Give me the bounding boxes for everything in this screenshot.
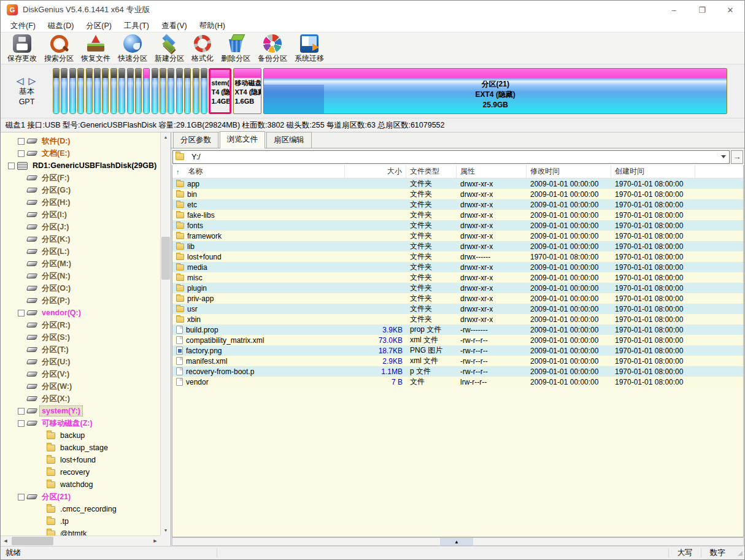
- scroll-thumb[interactable]: [12, 537, 53, 545]
- tree-item[interactable]: backup_stage: [1, 442, 160, 454]
- partition-block-small[interactable]: [94, 68, 101, 114]
- tree-item[interactable]: 分区(I:): [1, 209, 160, 221]
- expand-toggle-icon[interactable]: [18, 138, 25, 145]
- scroll-up-icon[interactable]: ▲: [161, 132, 171, 142]
- go-button[interactable]: →: [731, 150, 743, 164]
- toolbar-button[interactable]: 新建分区: [152, 34, 187, 64]
- toolbar-button[interactable]: 恢复文件: [78, 34, 114, 64]
- file-row[interactable]: build.prop 3.9KB prop 文件 -rw------- 2009…: [172, 324, 743, 335]
- partition-block-small[interactable]: [201, 68, 207, 114]
- partition-block-small[interactable]: [118, 68, 125, 114]
- tree-item[interactable]: 分区(K:): [1, 233, 160, 245]
- partition-block-small[interactable]: [184, 68, 191, 114]
- tree-item[interactable]: system(Y:): [1, 405, 160, 417]
- tree-item[interactable]: .tp: [1, 515, 160, 527]
- tree-item[interactable]: 分区(U:): [1, 356, 160, 368]
- file-row[interactable]: framework 文件夹 drwxr-xr-x 2009-01-01 00:0…: [172, 231, 743, 241]
- partition-block-small[interactable]: [143, 68, 150, 114]
- tree-item[interactable]: 分区(S:): [1, 331, 160, 343]
- file-row[interactable]: fake-libs 文件夹 drwxr-xr-x 2009-01-01 00:0…: [172, 210, 743, 220]
- tree-item[interactable]: backup: [1, 429, 160, 442]
- expand-toggle-icon[interactable]: [18, 150, 25, 157]
- tree-item[interactable]: 分区(T:): [1, 343, 160, 356]
- file-row[interactable]: recovery-from-boot.p 1.1MB p 文件 -rw-r--r…: [172, 366, 743, 377]
- tree-item[interactable]: 分区(R:): [1, 319, 160, 331]
- toolbar-button[interactable]: 删除分区: [218, 34, 253, 64]
- path-combobox[interactable]: Y:/: [172, 150, 730, 164]
- toolbar-button[interactable]: 保存更改: [4, 34, 40, 64]
- partition-block-small[interactable]: [77, 68, 84, 114]
- tree-item[interactable]: lost+found: [1, 454, 160, 466]
- header-size[interactable]: 大小: [345, 165, 406, 178]
- tree-item[interactable]: 分区(H:): [1, 196, 160, 209]
- tree-item[interactable]: 分区(P:): [1, 294, 160, 307]
- file-row[interactable]: manifest.xml 2.9KB xml 文件 -rw-r--r-- 200…: [172, 356, 743, 366]
- menu-item[interactable]: 帮助(H): [193, 19, 231, 33]
- tree-item[interactable]: 文档(E:): [1, 147, 160, 159]
- scroll-left-icon[interactable]: ◀: [1, 536, 10, 546]
- partition-block-small[interactable]: [176, 68, 183, 114]
- file-row[interactable]: priv-app 文件夹 drwxr-xr-x 2009-01-01 00:00…: [172, 293, 743, 304]
- toolbar-button[interactable]: 系统迁移: [291, 34, 327, 64]
- file-row[interactable]: vendor 7 B 文件 lrw-r--r-- 2009-01-01 00:0…: [172, 377, 743, 387]
- resize-grip-icon[interactable]: ◢: [733, 550, 744, 556]
- tree-item[interactable]: 分区(M:): [1, 258, 160, 270]
- file-row[interactable]: xbin 文件夹 drwxr-xr-x 2009-01-01 00:00:00 …: [172, 314, 743, 324]
- partition-block-small[interactable]: [168, 68, 174, 114]
- file-row[interactable]: misc 文件夹 drwxr-xr-x 2009-01-01 00:00:00 …: [172, 272, 743, 283]
- scroll-thumb[interactable]: [161, 237, 170, 280]
- menu-item[interactable]: 磁盘(D): [42, 19, 80, 33]
- file-row[interactable]: usr 文件夹 drwxr-xr-x 2009-01-01 00:00:00 1…: [172, 304, 743, 314]
- header-modified[interactable]: 修改时间: [527, 165, 611, 178]
- tree-item[interactable]: 分区(O:): [1, 282, 160, 294]
- tree-item[interactable]: 分区(G:): [1, 184, 160, 196]
- file-row[interactable]: lost+found 文件夹 drwx------ 1970-01-01 08:…: [172, 251, 743, 262]
- expand-toggle-icon[interactable]: [18, 420, 25, 427]
- header-type[interactable]: 文件类型: [406, 165, 457, 178]
- partition-block-small[interactable]: [86, 68, 93, 114]
- toolbar-button[interactable]: 备份分区: [255, 34, 290, 64]
- menu-item[interactable]: 工具(T): [118, 19, 155, 33]
- tab[interactable]: 分区参数: [173, 132, 218, 148]
- expand-toggle-icon[interactable]: [18, 494, 25, 501]
- menu-item[interactable]: 查看(V): [155, 19, 193, 33]
- maximize-button[interactable]: ❐: [688, 1, 716, 19]
- toolbar-button[interactable]: 格式化: [188, 34, 217, 64]
- tree-item[interactable]: .cmcc_recording: [1, 503, 160, 515]
- menu-item[interactable]: 文件(F): [4, 19, 42, 33]
- tree-item[interactable]: @btmtk: [1, 527, 160, 535]
- partition-block-small[interactable]: [160, 68, 166, 114]
- close-button[interactable]: ✕: [716, 1, 744, 19]
- file-row[interactable]: bin 文件夹 drwxr-xr-x 2009-01-01 00:00:00 1…: [172, 189, 743, 199]
- file-row[interactable]: app 文件夹 drwxr-xr-x 2009-01-01 00:00:00 1…: [172, 178, 743, 189]
- tree-item[interactable]: 分区(V:): [1, 368, 160, 380]
- tree-item[interactable]: 分区(X:): [1, 393, 160, 405]
- file-row[interactable]: compatibility_matrix.xml 73.0KB xml 文件 -…: [172, 335, 743, 345]
- tree-item[interactable]: 分区(21): [1, 491, 160, 503]
- partition-block-small[interactable]: [102, 68, 109, 114]
- header-attr[interactable]: 属性: [457, 165, 527, 178]
- splitter-collapse-button[interactable]: ▲: [440, 538, 473, 545]
- scroll-down-icon[interactable]: ▼: [161, 526, 171, 535]
- menu-item[interactable]: 分区(P): [80, 19, 118, 33]
- tree-item[interactable]: 可移动磁盘(Z:): [1, 417, 160, 429]
- partition-block-system-selected[interactable]: stem( T4 (隐 1.4GB: [209, 68, 231, 114]
- tab[interactable]: 浏览文件: [220, 131, 265, 148]
- tree-horizontal-scrollbar[interactable]: ◀ ▶: [1, 535, 160, 546]
- path-dropdown-button[interactable]: [718, 151, 729, 163]
- partition-block-small[interactable]: [193, 68, 199, 114]
- file-row[interactable]: factory.png 18.7KB PNG 图片 -rw-r--r-- 200…: [172, 345, 743, 356]
- prev-disk-icon[interactable]: ◁: [17, 75, 25, 86]
- partition-block-small[interactable]: [127, 68, 134, 114]
- partition-block-small[interactable]: [110, 68, 117, 114]
- header-name[interactable]: ↑名称: [172, 165, 345, 178]
- tree-item[interactable]: RD1:GenericUSBFlashDisk(29GB): [1, 159, 160, 172]
- partition-block-small[interactable]: [53, 68, 60, 114]
- tree-item[interactable]: vendor(Q:): [1, 307, 160, 319]
- header-created[interactable]: 创建时间: [611, 165, 695, 178]
- expand-toggle-icon[interactable]: [18, 408, 25, 415]
- partition-block-small[interactable]: [152, 68, 158, 114]
- tree-item[interactable]: 分区(J:): [1, 221, 160, 233]
- tree-item[interactable]: watchdog: [1, 478, 160, 491]
- file-row[interactable]: media 文件夹 drwxr-xr-x 2009-01-01 00:00:00…: [172, 262, 743, 272]
